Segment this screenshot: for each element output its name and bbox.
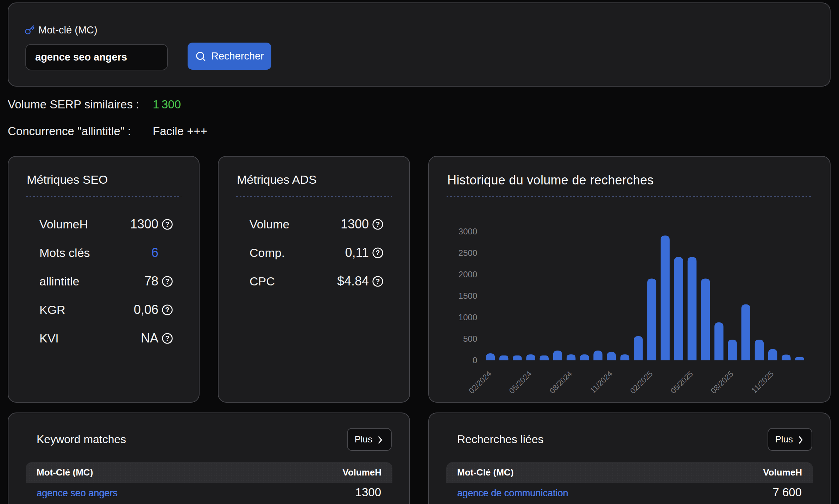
svg-text:?: ? xyxy=(376,248,380,256)
svg-text:?: ? xyxy=(376,220,380,228)
svg-text:08/2024: 08/2024 xyxy=(548,369,574,395)
svg-text:500: 500 xyxy=(463,334,477,344)
svg-text:?: ? xyxy=(165,334,170,342)
svg-text:05/2025: 05/2025 xyxy=(669,369,695,395)
svg-text:11/2025: 11/2025 xyxy=(750,369,775,395)
svg-text:02/2025: 02/2025 xyxy=(629,369,655,395)
svg-text:11/2024: 11/2024 xyxy=(588,369,614,395)
svg-text:1500: 1500 xyxy=(459,291,477,301)
svg-text:?: ? xyxy=(165,305,170,313)
svg-text:05/2024: 05/2024 xyxy=(507,369,534,395)
svg-text:?: ? xyxy=(376,277,380,285)
svg-text:0: 0 xyxy=(473,355,477,365)
svg-text:1000: 1000 xyxy=(459,313,477,322)
svg-text:?: ? xyxy=(165,220,170,228)
svg-text:3000: 3000 xyxy=(459,227,477,236)
svg-text:08/2025: 08/2025 xyxy=(709,369,735,395)
svg-text:?: ? xyxy=(165,277,170,285)
svg-text:2500: 2500 xyxy=(459,248,477,258)
svg-text:2000: 2000 xyxy=(459,270,477,279)
svg-text:02/2024: 02/2024 xyxy=(467,369,493,395)
